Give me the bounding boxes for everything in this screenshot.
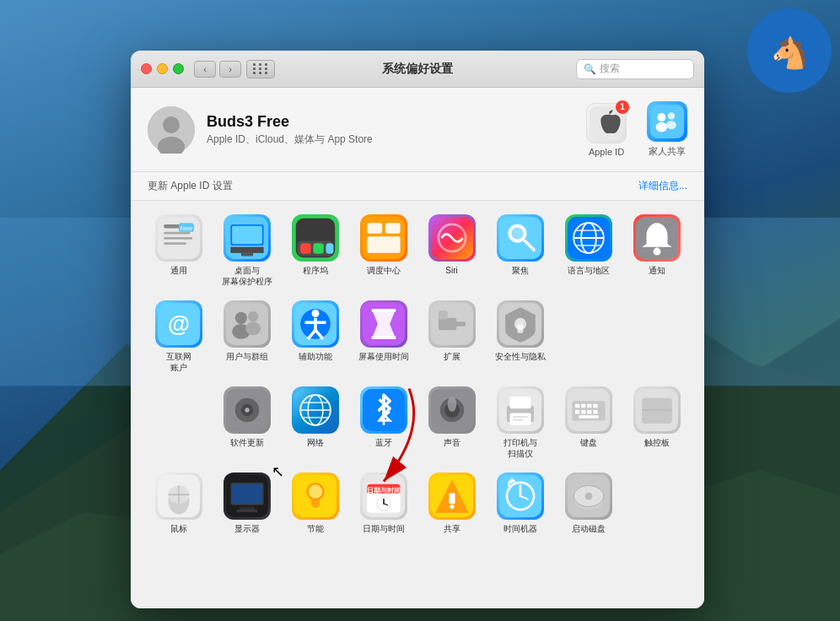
- mission-icon: [360, 214, 407, 262]
- svg-rect-126: [310, 500, 320, 503]
- pref-mission[interactable]: 调度中心: [353, 214, 414, 287]
- security-label: 安全性与隐私: [495, 351, 546, 362]
- svg-rect-101: [581, 404, 585, 408]
- trackpad-icon: [633, 386, 681, 434]
- bluetooth-label: 蓝牙: [375, 437, 392, 448]
- pref-access[interactable]: 辅助功能: [284, 300, 346, 373]
- pref-dock[interactable]: 程序坞: [284, 214, 346, 287]
- grid-icon: [253, 63, 269, 74]
- svg-point-79: [245, 408, 249, 412]
- apple-id-icon: 1: [586, 103, 627, 143]
- pref-sharing[interactable]: 共享: [421, 472, 482, 534]
- svg-text:@: @: [167, 311, 189, 337]
- user-actions: 1 Apple ID 家人共享: [586, 101, 687, 158]
- svg-rect-122: [236, 510, 257, 512]
- pref-screentime[interactable]: 屏幕使用时间: [353, 300, 414, 373]
- svg-text:日期与时间: 日期与时间: [367, 487, 401, 494]
- pref-energy[interactable]: 节能: [284, 472, 346, 534]
- svg-rect-106: [587, 410, 591, 413]
- grid-view-button[interactable]: [246, 60, 275, 78]
- pref-keyboard[interactable]: 键盘: [557, 386, 619, 459]
- screentime-icon: [360, 300, 407, 348]
- svg-point-14: [666, 121, 676, 129]
- svg-point-60: [311, 310, 319, 317]
- svg-point-56: [247, 311, 258, 322]
- trackpad-label: 触控板: [644, 437, 670, 448]
- close-button[interactable]: [141, 63, 152, 74]
- datetime-icon: 日期与时间: [360, 472, 407, 520]
- svg-rect-32: [326, 243, 333, 254]
- pref-bluetooth[interactable]: 蓝牙: [353, 386, 414, 459]
- nav-buttons: ‹ ›: [194, 61, 241, 78]
- svg-rect-104: [574, 410, 579, 413]
- svg-rect-34: [367, 223, 382, 234]
- energy-icon: [292, 472, 339, 520]
- pref-language[interactable]: 语言与地区: [557, 214, 619, 287]
- pref-printer[interactable]: 打印机与扫描仪: [489, 386, 551, 459]
- software-icon: [223, 386, 271, 434]
- access-icon: [292, 300, 339, 348]
- forward-button[interactable]: ›: [219, 61, 241, 78]
- svg-rect-17: [164, 232, 190, 235]
- svg-rect-110: [642, 398, 672, 424]
- energy-label: 节能: [307, 523, 324, 534]
- preferences-window: ‹ › 系统偏好设置 🔍 搜索: [131, 51, 704, 608]
- minimize-button[interactable]: [157, 63, 168, 74]
- back-button[interactable]: ‹: [194, 61, 216, 78]
- horse-logo: 🐴: [747, 8, 832, 93]
- siri-icon: [428, 214, 476, 262]
- svg-rect-105: [581, 410, 585, 413]
- svg-point-7: [163, 116, 180, 133]
- pref-users[interactable]: 用户与群组: [216, 300, 277, 373]
- pref-desktop[interactable]: 桌面与屏幕保护程序: [216, 214, 277, 287]
- desktop-icon: [223, 214, 271, 262]
- search-box[interactable]: 🔍 搜索: [576, 59, 694, 79]
- svg-point-125: [308, 485, 321, 499]
- detail-link[interactable]: 详细信息...: [638, 179, 687, 193]
- pref-notification[interactable]: 通知: [626, 214, 687, 287]
- pref-timemachine[interactable]: 时间机器: [489, 472, 551, 534]
- family-sharing-action[interactable]: 家人共享: [647, 101, 687, 158]
- svg-rect-103: [593, 404, 597, 408]
- network-icon: [292, 386, 339, 434]
- pref-general[interactable]: New 通用: [148, 214, 209, 287]
- users-icon: [223, 300, 271, 348]
- pref-spotlight[interactable]: 聚焦: [489, 214, 551, 287]
- pref-display[interactable]: 显示器: [216, 472, 277, 534]
- pref-internet[interactable]: @ 互联网账户: [148, 300, 209, 373]
- display-icon: [223, 472, 271, 520]
- svg-rect-68: [371, 336, 396, 339]
- svg-rect-71: [455, 321, 466, 326]
- pref-trackpad[interactable]: 触控板: [626, 386, 687, 459]
- svg-rect-30: [300, 243, 311, 254]
- pref-network[interactable]: 网络: [284, 386, 346, 459]
- pref-extensions[interactable]: 扩展: [421, 300, 482, 373]
- pref-mouse[interactable]: 鼠标: [148, 472, 209, 534]
- avatar: [148, 106, 195, 154]
- display-label: 显示器: [234, 523, 260, 534]
- maximize-button[interactable]: [173, 63, 184, 74]
- general-label: 通用: [170, 265, 187, 276]
- svg-point-13: [668, 112, 675, 119]
- svg-rect-96: [513, 416, 528, 418]
- pref-security[interactable]: 安全性与隐私: [489, 300, 551, 373]
- pref-startup[interactable]: 启动磁盘: [557, 472, 619, 534]
- security-icon: [497, 300, 544, 348]
- svg-rect-25: [230, 247, 263, 253]
- pref-datetime[interactable]: 日期与时间 日期与时间: [353, 472, 414, 534]
- update-text: 更新 Apple ID 设置: [148, 179, 233, 193]
- mouse-icon: [155, 472, 202, 520]
- internet-icon: @: [155, 300, 202, 348]
- svg-rect-75: [517, 324, 523, 333]
- apple-id-action[interactable]: 1 Apple ID: [586, 103, 627, 157]
- user-section: Buds3 Free Apple ID、iCloud、媒体与 App Store…: [131, 88, 704, 172]
- pref-siri[interactable]: Siri: [421, 214, 482, 287]
- pref-sound[interactable]: 声音: [421, 386, 482, 459]
- desktop-label: 桌面与屏幕保护程序: [222, 265, 272, 287]
- sharing-icon: [428, 472, 476, 520]
- pref-software[interactable]: 软件更新: [216, 386, 277, 459]
- svg-rect-139: [449, 493, 455, 504]
- svg-point-57: [245, 321, 261, 335]
- sound-label: 声音: [444, 437, 460, 448]
- svg-point-140: [450, 505, 454, 509]
